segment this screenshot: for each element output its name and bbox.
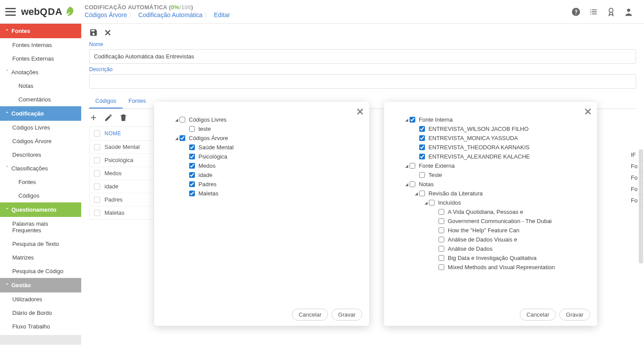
tree-node[interactable]: Medos	[161, 161, 362, 170]
table-row[interactable]: Maletas	[90, 206, 159, 219]
tree-node[interactable]: Teste	[391, 170, 590, 180]
tree-checkbox[interactable]	[189, 154, 195, 159]
expand-icon[interactable]: ◢	[404, 164, 409, 168]
tree-node[interactable]: ◢Incluídos	[391, 198, 590, 207]
tree-node[interactable]: ENTREVISTA_ALEXANDRE KALACHE	[391, 152, 590, 161]
tree-checkbox[interactable]	[439, 264, 444, 270]
tree-node[interactable]: Psicológica	[161, 152, 362, 161]
breadcrumb-link[interactable]: Códigos Árvore	[85, 11, 127, 18]
tree-checkbox[interactable]	[189, 144, 195, 150]
tree-node[interactable]: Análise de Dados	[391, 244, 590, 253]
row-checkbox[interactable]	[94, 157, 100, 163]
edit-icon[interactable]	[104, 113, 113, 122]
tree-node[interactable]: ◢Códigos Árvore	[161, 133, 362, 143]
tree-node[interactable]: ENTREVISTA_WILSON JACOB FILHO	[391, 124, 590, 133]
tree-node[interactable]: teste	[161, 124, 362, 133]
sidebar-section-fontes[interactable]: ⌃Fontes	[0, 24, 81, 38]
tree-checkbox[interactable]	[410, 163, 415, 169]
tree-checkbox[interactable]	[439, 218, 444, 224]
sidebar-item-notas[interactable]: Notas	[0, 79, 81, 93]
sidebar-section-classificacoes[interactable]: ⌃Classificações	[0, 162, 81, 175]
tree-checkbox[interactable]	[189, 126, 195, 132]
expand-icon[interactable]: ◢	[424, 201, 428, 205]
tree-checkbox[interactable]	[180, 117, 185, 123]
expand-icon[interactable]: ◢	[414, 191, 418, 196]
sidebar-item-pesquisa-codigo[interactable]: Pesquisa de Código	[0, 264, 81, 278]
row-checkbox[interactable]	[94, 170, 100, 177]
save-button[interactable]: Gravar	[559, 309, 590, 321]
sidebar-item-codigos-livres[interactable]: Códigos Livres	[0, 121, 81, 134]
menu-toggle[interactable]	[5, 8, 16, 16]
table-row[interactable]: idade	[90, 180, 159, 193]
sidebar-item-matrizes[interactable]: Matrizes	[0, 251, 81, 264]
tree-checkbox[interactable]	[429, 200, 435, 206]
tree-checkbox[interactable]	[419, 191, 425, 196]
row-checkbox[interactable]	[94, 144, 100, 150]
cancel-button[interactable]: Cancelar	[520, 309, 556, 321]
tree-checkbox[interactable]	[189, 191, 195, 196]
sidebar-item-fluxo-trabalho[interactable]: Fluxo Trabalho	[0, 320, 81, 333]
select-all-checkbox[interactable]	[94, 130, 100, 137]
tab-codigos[interactable]: Códigos	[89, 94, 122, 108]
tree-checkbox[interactable]	[439, 255, 444, 261]
save-button[interactable]: Gravar	[331, 309, 362, 321]
table-row[interactable]: Saúde Mental	[90, 141, 159, 154]
save-icon[interactable]	[89, 28, 98, 37]
sidebar-item-comentarios[interactable]: Comentários	[0, 93, 81, 106]
sidebar-section-gestao[interactable]: ⌃Gestão	[0, 278, 81, 292]
tree-checkbox[interactable]	[439, 246, 444, 252]
tree-checkbox[interactable]	[410, 117, 415, 123]
descricao-input[interactable]	[89, 74, 636, 89]
tree-checkbox[interactable]	[419, 144, 425, 150]
tree-checkbox[interactable]	[419, 154, 425, 159]
table-row[interactable]: Medos	[90, 167, 159, 180]
tree-node[interactable]: ◢Notas	[391, 180, 590, 189]
tree-checkbox[interactable]	[419, 135, 425, 141]
breadcrumb-link[interactable]: Editar	[214, 11, 230, 18]
modal-close-icon[interactable]: ✕	[584, 106, 592, 118]
list-icon[interactable]	[589, 7, 598, 17]
table-row[interactable]: Padres	[90, 193, 159, 206]
sidebar-item-fontes-internas[interactable]: Fontes Internas	[0, 38, 81, 52]
tree-node[interactable]: Big Data e Investigação Qualitativa	[391, 253, 590, 263]
row-checkbox[interactable]	[94, 197, 100, 203]
tree-checkbox[interactable]	[439, 227, 444, 233]
tree-node[interactable]: Padres	[161, 180, 362, 189]
expand-icon[interactable]: ◢	[404, 118, 409, 122]
tree-node[interactable]: A Vida Quotidiana, Pessoas e	[391, 207, 590, 216]
breadcrumb-link[interactable]: Codificação Automática	[138, 11, 202, 18]
user-icon[interactable]	[624, 7, 633, 17]
close-icon[interactable]	[103, 28, 112, 37]
tree-checkbox[interactable]	[419, 126, 425, 132]
sidebar-item-utilizadores[interactable]: Utilizadores	[0, 292, 81, 306]
expand-icon[interactable]: ◢	[174, 136, 179, 141]
sidebar-item-class-codigos[interactable]: Códigos	[0, 189, 81, 202]
sidebar-section-questionamento[interactable]: ⌃Questionamento	[0, 202, 81, 217]
row-checkbox[interactable]	[94, 184, 100, 190]
tree-node[interactable]: ENTREVISTA_MONICA YASSUDA	[391, 133, 590, 143]
sidebar-item-codigos-arvore[interactable]: Códigos Árvore	[0, 134, 81, 148]
row-checkbox[interactable]	[94, 210, 100, 216]
tree-node[interactable]: Government Communication - The Dubai	[391, 216, 590, 226]
tree-node[interactable]: ◢Códigos Livres	[161, 115, 362, 124]
tree-node[interactable]: idade	[161, 170, 362, 180]
sidebar-section-anotacoes[interactable]: ⌃Anotações	[0, 65, 81, 79]
help-icon[interactable]	[571, 7, 581, 17]
sidebar-item-diario-bordo[interactable]: Diário de Bordo	[0, 306, 81, 320]
tab-fontes[interactable]: Fontes	[122, 94, 152, 108]
delete-icon[interactable]	[119, 113, 128, 122]
modal-close-icon[interactable]: ✕	[356, 106, 364, 118]
tree-checkbox[interactable]	[410, 181, 415, 187]
expand-icon[interactable]: ◢	[404, 182, 409, 187]
add-icon[interactable]	[89, 113, 98, 122]
tree-node[interactable]: ◢Revisão da Literatura	[391, 189, 590, 198]
tree-checkbox[interactable]	[189, 181, 195, 187]
nome-input[interactable]	[89, 49, 636, 64]
sidebar-item-class-fontes[interactable]: Fontes	[0, 175, 81, 189]
sidebar-item-descritores[interactable]: Descritores	[0, 148, 81, 162]
tree-checkbox[interactable]	[189, 172, 195, 178]
table-row[interactable]: Psicológica	[90, 154, 159, 167]
tree-checkbox[interactable]	[189, 163, 195, 169]
page-scrollbar[interactable]	[639, 149, 643, 263]
tree-node[interactable]: Maletas	[161, 189, 362, 198]
